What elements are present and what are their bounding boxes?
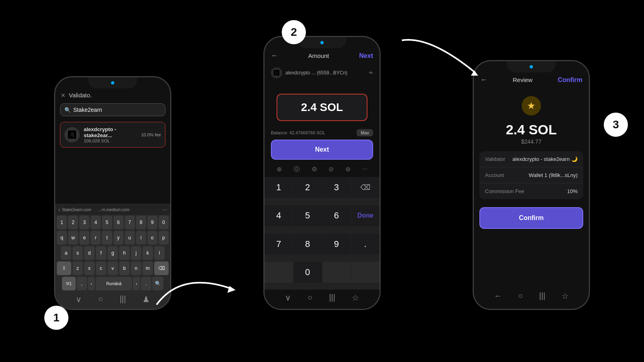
key-lang-left[interactable]: ‹ bbox=[88, 277, 95, 290]
chevron-down-icon[interactable]: ∨ bbox=[76, 294, 82, 304]
url-bar: ‹ Stake2earn.com … ...rn.medium.com ··· bbox=[55, 204, 170, 215]
tool-2-icon[interactable]: ⓪ bbox=[293, 165, 300, 174]
key-s[interactable]: s bbox=[72, 246, 83, 260]
tool-row: ⊕ ⓪ ⚙ ⊘ ⊛ ··· bbox=[264, 162, 380, 177]
url-dots[interactable]: ··· bbox=[162, 206, 167, 213]
p3-back-icon[interactable]: ← bbox=[494, 291, 502, 301]
numpad-8[interactable]: 8 bbox=[293, 234, 322, 255]
key-q[interactable]: q bbox=[57, 231, 67, 245]
numpad-del[interactable]: ⌫ bbox=[351, 177, 380, 198]
arrow-1-to-2 bbox=[149, 264, 237, 314]
key-a[interactable]: a bbox=[61, 246, 71, 260]
phone2-back-button[interactable]: ← bbox=[271, 51, 278, 60]
tool-4-icon[interactable]: ⊘ bbox=[328, 165, 334, 174]
nav-home-icon[interactable]: ○ bbox=[308, 293, 312, 302]
numpad-9[interactable]: 9 bbox=[322, 234, 351, 255]
numpad-3[interactable]: 3 bbox=[322, 177, 351, 198]
numpad-5[interactable]: 5 bbox=[293, 205, 322, 226]
key-i[interactable]: i bbox=[136, 231, 146, 245]
phone3-back-button[interactable]: ← bbox=[480, 76, 487, 84]
key-p[interactable]: p bbox=[159, 231, 169, 245]
key-5[interactable]: 5 bbox=[102, 216, 112, 229]
star-container: ★ bbox=[474, 88, 589, 119]
key-v[interactable]: v bbox=[107, 261, 118, 275]
balance-row: Balance: 42.47668768 SOL Max bbox=[264, 129, 380, 140]
key-lang[interactable]: Română bbox=[96, 277, 132, 290]
key-z[interactable]: z bbox=[72, 261, 83, 275]
key-c[interactable]: c bbox=[96, 261, 106, 275]
key-d[interactable]: d bbox=[84, 246, 95, 260]
key-sym[interactable]: !#1 bbox=[62, 277, 76, 290]
next-button[interactable]: Next bbox=[271, 140, 373, 160]
key-9[interactable]: 9 bbox=[147, 216, 157, 229]
recent-apps-icon[interactable]: ||| bbox=[120, 294, 126, 304]
p3-recent-icon[interactable]: ||| bbox=[539, 291, 545, 301]
key-lang-right[interactable]: › bbox=[133, 277, 140, 290]
numpad-0[interactable]: 0 bbox=[293, 262, 322, 283]
key-g[interactable]: g bbox=[107, 246, 118, 260]
key-n[interactable]: n bbox=[131, 261, 141, 275]
account-row: Account Wallet 1 (9t8k...sLny) bbox=[479, 167, 583, 183]
phone1-search-bar[interactable]: 🔍 Stake2earn bbox=[60, 103, 165, 116]
numpad-6[interactable]: 6 bbox=[322, 205, 351, 226]
scene: ✕ Validato. 🔍 Stake2earn 🅰 alexdcrypto -… bbox=[8, 8, 636, 354]
key-h[interactable]: h bbox=[119, 246, 130, 260]
key-2[interactable]: 2 bbox=[68, 216, 78, 229]
key-u[interactable]: u bbox=[125, 231, 135, 245]
url-sep: … bbox=[93, 208, 97, 212]
phone3-title: Review bbox=[513, 76, 533, 83]
numpad-2[interactable]: 2 bbox=[293, 177, 322, 198]
key-shift[interactable]: ⇧ bbox=[57, 261, 71, 275]
key-0[interactable]: 0 bbox=[159, 216, 169, 229]
phone2-next-label[interactable]: Next bbox=[359, 52, 373, 60]
confirm-button[interactable]: Confirm bbox=[479, 207, 583, 229]
numpad-1[interactable]: 1 bbox=[264, 177, 293, 198]
key-e[interactable]: e bbox=[79, 231, 89, 245]
kbd-row-a: a s d f g h j k l bbox=[55, 245, 170, 261]
tool-3-icon[interactable]: ⚙ bbox=[312, 165, 317, 174]
key-x[interactable]: x bbox=[84, 261, 95, 275]
key-b[interactable]: b bbox=[119, 261, 130, 275]
key-y[interactable]: y bbox=[114, 231, 124, 245]
numpad-done[interactable]: Done bbox=[351, 205, 380, 226]
validator-fee: 10.0% fee bbox=[141, 132, 161, 137]
key-t[interactable]: t bbox=[102, 231, 112, 245]
key-l[interactable]: l bbox=[154, 246, 165, 260]
phone3-confirm-top-button[interactable]: Confirm bbox=[558, 76, 582, 84]
key-7[interactable]: 7 bbox=[125, 216, 135, 229]
key-k[interactable]: k bbox=[142, 246, 153, 260]
home-icon[interactable]: ○ bbox=[98, 294, 103, 304]
search-input[interactable]: Stake2earn bbox=[73, 107, 102, 113]
key-j[interactable]: j bbox=[131, 246, 141, 260]
key-r[interactable]: r bbox=[91, 231, 101, 245]
validator-result-item[interactable]: 🅰 alexdcrypto - stake2ear... 106,028 SOL… bbox=[60, 122, 165, 148]
numpad-dot[interactable]: . bbox=[351, 234, 380, 255]
tool-5-icon[interactable]: ⊛ bbox=[345, 165, 351, 174]
key-f[interactable]: f bbox=[96, 246, 106, 260]
validator-sol: 106,028 SOL bbox=[84, 138, 137, 143]
key-w[interactable]: w bbox=[68, 231, 78, 245]
tool-1-icon[interactable]: ⊕ bbox=[277, 165, 282, 174]
p3-access-icon[interactable]: ☆ bbox=[561, 291, 569, 301]
tool-more-icon[interactable]: ··· bbox=[362, 165, 367, 174]
numpad-4[interactable]: 4 bbox=[264, 205, 293, 226]
key-6[interactable]: 6 bbox=[114, 216, 124, 229]
nav-access-icon[interactable]: ☆ bbox=[352, 293, 359, 302]
usd-value: $244.77 bbox=[474, 138, 589, 151]
p3-home-icon[interactable]: ○ bbox=[518, 291, 523, 301]
max-button[interactable]: Max bbox=[357, 129, 373, 136]
edit-icon[interactable]: ✏ bbox=[369, 70, 373, 76]
back-btn[interactable]: ‹ bbox=[58, 206, 60, 213]
key-8[interactable]: 8 bbox=[136, 216, 146, 229]
kbd-row-num: 1 2 3 4 5 6 7 8 9 0 bbox=[55, 215, 170, 230]
key-1[interactable]: 1 bbox=[57, 216, 67, 229]
key-4[interactable]: 4 bbox=[91, 216, 101, 229]
nav-recent-icon[interactable]: ||| bbox=[329, 293, 335, 302]
key-3[interactable]: 3 bbox=[79, 216, 89, 229]
nav-chevron-down-icon[interactable]: ∨ bbox=[285, 293, 291, 302]
numpad-7[interactable]: 7 bbox=[264, 234, 293, 255]
key-comma[interactable]: , bbox=[76, 277, 87, 290]
key-o[interactable]: o bbox=[147, 231, 157, 245]
svg-marker-1 bbox=[471, 70, 478, 76]
phone1-close-icon[interactable]: ✕ bbox=[61, 92, 66, 99]
